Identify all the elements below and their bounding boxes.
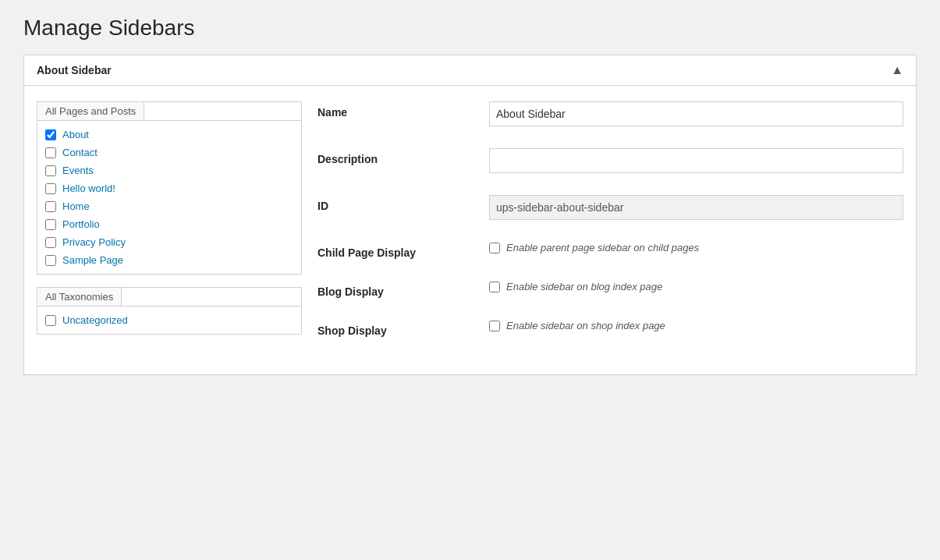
taxonomies-list: Uncategorized xyxy=(37,306,301,334)
checkbox-home[interactable] xyxy=(45,201,56,212)
id-control-wrap xyxy=(489,195,903,220)
pages-posts-list: AboutContactEventsHello world!HomePortfo… xyxy=(37,120,301,274)
blog-display-checkbox[interactable] xyxy=(489,282,500,292)
blog-display-control-wrap: Enable sidebar on blog index page xyxy=(489,281,903,292)
list-item: Contact xyxy=(41,144,298,161)
checkbox-privacy-policy[interactable] xyxy=(45,237,56,248)
shop-display-checkbox[interactable] xyxy=(489,321,500,331)
description-label: Description xyxy=(317,148,474,165)
list-item: Privacy Policy xyxy=(41,233,298,251)
shop-display-check-wrap: Enable sidebar on shop index page xyxy=(489,320,903,331)
checkbox-contact[interactable] xyxy=(45,147,56,158)
list-item: Home xyxy=(41,197,298,215)
panel-header: About Sidebar ▲ xyxy=(24,55,916,86)
description-row: Description xyxy=(317,148,903,173)
id-label: ID xyxy=(317,195,474,212)
list-item-label: Sample Page xyxy=(62,254,123,266)
child-page-checkbox-label: Enable parent page sidebar on child page… xyxy=(506,242,699,253)
list-item-label: Uncategorized xyxy=(62,314,128,326)
list-item-label: About xyxy=(62,129,89,140)
page-title: Manage Sidebars xyxy=(23,16,917,41)
checkbox-events[interactable] xyxy=(45,165,56,176)
child-page-control-wrap: Enable parent page sidebar on child page… xyxy=(489,242,903,253)
list-item: Portfolio xyxy=(41,215,298,233)
description-input[interactable] xyxy=(489,148,903,173)
pages-posts-tab[interactable]: All Pages and Posts xyxy=(37,101,144,120)
list-item-label: Hello world! xyxy=(62,183,115,194)
child-page-checkbox[interactable] xyxy=(489,243,500,253)
blog-display-checkbox-label: Enable sidebar on blog index page xyxy=(506,281,662,292)
blog-display-label: Blog Display xyxy=(317,281,474,298)
shop-display-control-wrap: Enable sidebar on shop index page xyxy=(489,320,903,331)
name-control-wrap xyxy=(489,101,903,126)
list-item: Events xyxy=(41,161,298,179)
pages-posts-box: All Pages and Posts AboutContactEventsHe… xyxy=(37,101,302,275)
panel-header-title: About Sidebar xyxy=(37,64,112,76)
shop-display-row: Shop Display Enable sidebar on shop inde… xyxy=(317,320,903,337)
name-input[interactable] xyxy=(489,101,903,126)
checkbox-uncategorized[interactable] xyxy=(45,315,56,326)
list-item: About xyxy=(41,126,298,144)
list-item-label: Portfolio xyxy=(62,218,100,230)
checkbox-sample-page[interactable] xyxy=(45,255,56,266)
child-page-label: Child Page Display xyxy=(317,242,474,259)
panel-body: All Pages and Posts AboutContactEventsHe… xyxy=(24,86,916,374)
collapse-icon[interactable]: ▲ xyxy=(891,63,903,77)
list-item: Sample Page xyxy=(41,251,298,269)
id-row: ID xyxy=(317,195,903,220)
list-item: Uncategorized xyxy=(41,311,298,329)
left-column: All Pages and Posts AboutContactEventsHe… xyxy=(37,101,302,359)
checkbox-portfolio[interactable] xyxy=(45,219,56,230)
checkbox-about[interactable] xyxy=(45,129,56,140)
about-sidebar-panel: About Sidebar ▲ All Pages and Posts Abou… xyxy=(23,55,917,375)
taxonomies-tab[interactable]: All Taxonomies xyxy=(37,287,122,306)
list-item-label: Home xyxy=(62,200,90,212)
list-item-label: Events xyxy=(62,165,94,176)
id-input xyxy=(489,195,903,220)
blog-display-check-wrap: Enable sidebar on blog index page xyxy=(489,281,903,292)
taxonomies-box: All Taxonomies Uncategorized xyxy=(37,287,302,335)
right-column: Name Description ID Child Page Display xyxy=(317,101,903,359)
list-item-label: Contact xyxy=(62,147,98,158)
shop-display-label: Shop Display xyxy=(317,320,474,337)
list-item-label: Privacy Policy xyxy=(62,236,126,248)
name-row: Name xyxy=(317,101,903,126)
list-item: Hello world! xyxy=(41,179,298,197)
child-page-check-wrap: Enable parent page sidebar on child page… xyxy=(489,242,903,253)
child-page-row: Child Page Display Enable parent page si… xyxy=(317,242,903,259)
blog-display-row: Blog Display Enable sidebar on blog inde… xyxy=(317,281,903,298)
checkbox-hello-world[interactable] xyxy=(45,183,56,194)
shop-display-checkbox-label: Enable sidebar on shop index page xyxy=(506,320,665,331)
description-control-wrap xyxy=(489,148,903,173)
name-label: Name xyxy=(317,101,474,119)
